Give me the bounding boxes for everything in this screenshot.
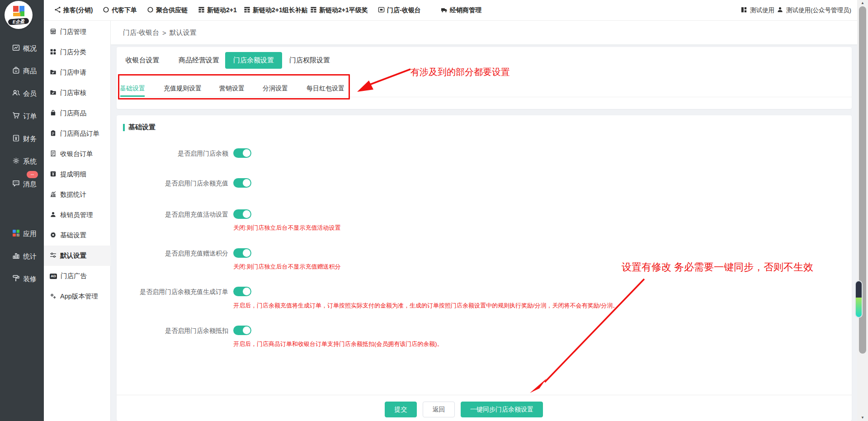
submit-button[interactable]: 提交 <box>385 402 417 417</box>
form-note: 关闭:则门店独立后台不显示充值赠送积分 <box>233 263 341 271</box>
floating-widget[interactable] <box>855 280 863 318</box>
footer-divider <box>117 395 852 395</box>
sidebar-item-decorate[interactable]: 装修 <box>0 268 44 290</box>
sidebar-item-goods[interactable]: 商品 <box>0 60 44 82</box>
goods-box-icon <box>12 66 20 76</box>
folder-check-icon <box>50 89 57 97</box>
user-menu-test[interactable]: 测试使用 <box>741 0 774 21</box>
toggle-label: 是否启用充值活动设置 <box>117 209 228 219</box>
menu-store-ads[interactable]: AD门店广告 <box>44 266 111 286</box>
topnav-liandong[interactable]: 新链动2+1 <box>198 0 237 21</box>
messages-chat-icon <box>12 180 20 189</box>
menu-commission-detail[interactable]: 提成明细 <box>44 164 111 184</box>
breadcrumb-current: 默认设置 <box>170 28 197 37</box>
tab-store-balance-settings[interactable]: 门店余额设置 <box>225 52 282 69</box>
members-icon <box>12 89 20 98</box>
sidebar-item-label: 装修 <box>23 275 37 284</box>
menu-data-stats[interactable]: 数据统计 <box>44 184 111 205</box>
scroll-down-arrow[interactable]: ▼ <box>857 415 868 421</box>
sidebar-item-system[interactable]: 系统 <box>0 150 44 173</box>
menu-store-goods-orders[interactable]: 门店商品订单 <box>44 123 111 144</box>
menu-app-version[interactable]: App版本管理 <box>44 286 111 307</box>
menu-label: 门店商品订单 <box>60 129 99 138</box>
floating-widget-top <box>856 281 862 298</box>
scroll-up-arrow[interactable]: ▲ <box>857 0 868 6</box>
menu-cashier-orders[interactable]: 收银台订单 <box>44 144 111 164</box>
messages-badge: ... <box>27 171 38 178</box>
menu-store-category[interactable]: 门店分类 <box>44 42 111 62</box>
form-note: 开启后，门店商品订单和收银台订单支持门店余额抵扣(会员拥有该门店的余额)。 <box>233 340 443 348</box>
gears-icon <box>50 293 57 301</box>
topnav-label: 经销商管理 <box>450 6 481 14</box>
toggle-enable-recharge-activity[interactable] <box>233 209 251 219</box>
topnav-store-cashier[interactable]: 门店-收银台 <box>378 0 421 21</box>
menu-store-audit[interactable]: 门店审核 <box>44 83 111 103</box>
menu-label: 门店申请 <box>60 68 86 77</box>
menu-store-manage[interactable]: 门店管理 <box>44 22 111 42</box>
system-gear-icon <box>12 157 20 166</box>
toggle-enable-balance-recharge[interactable] <box>233 178 251 188</box>
page-scrollbar[interactable]: ▲ ▼ <box>857 0 868 421</box>
user-menu-account[interactable]: 测试使用(公众号管理员) <box>777 0 851 21</box>
topnav-dealer[interactable]: 经销商管理 <box>441 0 481 21</box>
menu-label: 门店审核 <box>60 89 86 97</box>
menu-label: 基础设置 <box>60 231 86 240</box>
sidebar-item-label: 应用 <box>23 230 37 238</box>
sidebar-item-orders[interactable]: 订单 <box>0 105 44 128</box>
annotation-highlight-box <box>118 74 350 99</box>
sidebar-item-overview[interactable]: 概况 <box>0 37 44 60</box>
toggle-enable-recharge-order[interactable] <box>233 287 251 296</box>
back-button[interactable]: 返回 <box>423 402 455 417</box>
topnav-daike[interactable]: 代客下单 <box>103 0 137 21</box>
menu-label: 收银台订单 <box>60 150 93 158</box>
logo-text: E企盈 <box>8 17 30 25</box>
toggle-label: 是否启用门店余额充值 <box>117 178 228 188</box>
tab-goods-operation-settings[interactable]: 商品经营设置 <box>179 52 219 69</box>
receipt-icon <box>50 150 57 158</box>
form-note: 开启后，门店余额充值将生成订单，订单按照实际支付的金额为准，生成的订单按照门店余… <box>233 302 618 310</box>
toggle-enable-recharge-points[interactable] <box>233 248 251 258</box>
circle-icon <box>103 6 109 14</box>
sidebar-item-apps[interactable]: 应用 <box>0 222 44 245</box>
sidebar-item-label: 会员 <box>23 90 37 98</box>
topnav-tuike[interactable]: 推客(分销) <box>54 0 93 21</box>
topnav-liandong-pingji[interactable]: 新链动2+1平级奖 <box>310 0 368 21</box>
gear-icon <box>50 232 57 240</box>
section-title: 基础设置 <box>128 123 156 132</box>
tab-cashier-settings[interactable]: 收银台设置 <box>126 52 160 69</box>
bag-icon <box>50 109 57 118</box>
toggle-enable-balance-deduction[interactable] <box>233 326 251 335</box>
user-icon <box>777 6 783 14</box>
user-menu-label: 测试使用(公众号管理员) <box>786 6 851 14</box>
finance-icon <box>12 134 20 143</box>
toggle-label: 是否启用充值赠送积分 <box>117 248 228 258</box>
share-icon <box>54 6 61 14</box>
apps-colored-icon <box>12 229 20 238</box>
sliders-icon <box>50 252 57 260</box>
sidebar-item-members[interactable]: 会员 <box>0 82 44 105</box>
menu-label: 数据统计 <box>60 190 86 199</box>
menu-verifier-manage[interactable]: 核销员管理 <box>44 205 111 225</box>
menu-store-goods[interactable]: 门店商品 <box>44 103 111 123</box>
sidebar-item-label: 概况 <box>23 44 37 53</box>
sidebar-item-finance[interactable]: 财务 <box>0 128 44 150</box>
menu-store-apply[interactable]: 门店申请 <box>44 62 111 83</box>
category-icon <box>50 48 57 57</box>
sidebar-item-stats[interactable]: 统计 <box>0 245 44 268</box>
menu-default-settings[interactable]: 默认设置 <box>44 246 111 266</box>
ad-icon: AD <box>50 274 57 279</box>
toggle-label: 是否启用门店余额 <box>117 148 228 158</box>
sidebar-item-label: 订单 <box>23 112 37 121</box>
topnav-label: 门店-收银台 <box>387 6 421 14</box>
section-accent-bar <box>123 124 125 131</box>
topnav-liandong-buzhu[interactable]: 新链动2+1组长补贴 <box>244 0 308 21</box>
topnav-juhe[interactable]: 聚合供应链 <box>147 0 188 21</box>
form-row: 是否启用门店余额抵扣 <box>117 326 852 336</box>
menu-label: 门店广告 <box>61 272 87 280</box>
breadcrumb-bar: 门店-收银台 > 默认设置 <box>111 21 857 45</box>
tab-store-permission-settings[interactable]: 门店权限设置 <box>289 52 330 69</box>
toggle-enable-store-balance[interactable] <box>233 148 251 158</box>
menu-basic-settings[interactable]: 基础设置 <box>44 225 111 246</box>
sync-store-balance-button[interactable]: 一键同步门店余额设置 <box>461 402 543 417</box>
form-row: 是否启用充值活动设置 <box>117 209 852 219</box>
